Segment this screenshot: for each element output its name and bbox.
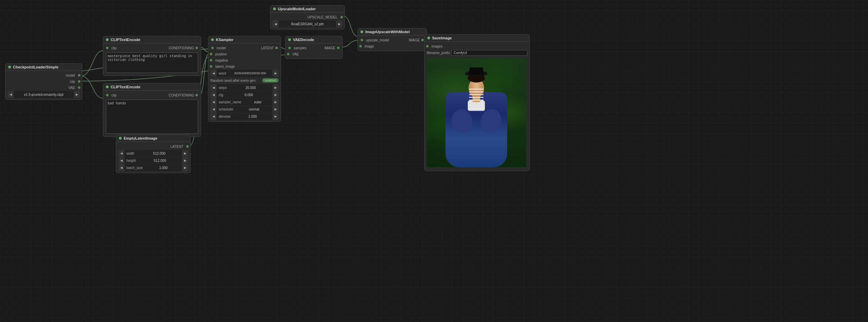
image-upscale-image-output-port[interactable] — [421, 39, 424, 41]
image-upscale-header: ImageUpscaleWithModel — [358, 28, 427, 36]
batch-size-row: ◀ batch_size 1.000 ▶ — [118, 164, 188, 171]
ksampler-latent-input-label: latent_image — [215, 65, 235, 68]
steps-value: 20.000 — [229, 86, 272, 90]
width-next-btn[interactable]: ▶ — [182, 150, 188, 157]
sampler-name-prev-btn[interactable]: ◀ — [210, 99, 217, 105]
cfg-prev-btn[interactable]: ◀ — [210, 91, 217, 98]
seed-next-btn[interactable]: ▶ — [272, 70, 279, 77]
model-output-row: model — [5, 72, 82, 78]
conditioning-neg-output-label: CONDITIONING — [169, 93, 194, 97]
seed-prev-btn[interactable]: ◀ — [210, 70, 217, 77]
latent-output-port[interactable] — [186, 145, 189, 148]
sampler-name-next-btn[interactable]: ▶ — [272, 99, 279, 105]
cfg-value: 8.000 — [225, 93, 272, 97]
vae-decode-image-output-port[interactable] — [337, 47, 340, 49]
ckpt-name-next-btn[interactable]: ▶ — [74, 91, 80, 98]
model-name-prev-btn[interactable]: ◀ — [272, 21, 279, 27]
vae-decode-samples-port[interactable] — [288, 47, 291, 49]
model-name-next-btn[interactable]: ▶ — [336, 21, 342, 27]
filename-prefix-label: filename_prefix — [427, 51, 450, 55]
model-output-label: model — [8, 74, 76, 77]
save-image-title: SaveImage — [432, 36, 452, 40]
denoise-value: 1.000 — [233, 115, 272, 118]
ckpt-name-row: ◀ v1-5-pruned-emaonly.ckpt ▶ — [8, 91, 80, 98]
ksampler-latent-output-label: LATENT — [261, 46, 274, 50]
denoise-next-btn[interactable]: ▶ — [272, 113, 279, 120]
empty-latent-image-header: EmptyLatentImage — [116, 135, 190, 142]
clip-pos-input-port[interactable] — [106, 47, 109, 49]
ckpt-name-prev-btn[interactable]: ◀ — [8, 91, 14, 98]
denoise-row: ◀ denoise 1.000 ▶ — [210, 113, 279, 120]
save-image-input-row: images — [425, 43, 529, 49]
image-upscale-model-input-port[interactable] — [360, 39, 363, 41]
upscale-model-loader-dot — [273, 8, 276, 10]
scheduler-next-btn[interactable]: ▶ — [272, 106, 279, 113]
canvas: CheckpointLoaderSimple model clip VAE ◀ … — [0, 0, 868, 322]
seed-row: ◀ seed 833543590226030.000 ▶ — [210, 70, 279, 77]
vae-decode-header: VAEDecode — [285, 36, 342, 43]
sampler-name-value: euler — [243, 100, 272, 104]
filename-prefix-row: filename_prefix ComfyUI — [427, 50, 527, 56]
steps-next-btn[interactable]: ▶ — [272, 84, 279, 91]
save-image-images-port[interactable] — [426, 45, 429, 48]
clip-output-port[interactable] — [78, 80, 81, 83]
clip-text-encode-neg-title: CLIPTextEncode — [111, 85, 140, 89]
lace-trim — [469, 89, 484, 109]
save-image-header: SaveImage — [425, 35, 529, 42]
upscale-model-loader-node: UpscaleModelLoader UPSCALE_MODEL ◀ RealE… — [270, 5, 345, 29]
upscale-model-output-label: UPSCALE_MODEL — [273, 15, 339, 19]
seed-mode-value[interactable]: enabled — [262, 78, 279, 82]
clip-output-label: clip — [8, 80, 76, 83]
height-prev-btn[interactable]: ◀ — [118, 157, 124, 164]
clip-neg-input-port[interactable] — [106, 94, 109, 96]
ksampler-header: KSampler — [208, 36, 281, 43]
latent-output-label: LATENT — [119, 145, 185, 149]
vae-decode-vae-port[interactable] — [287, 53, 290, 55]
vae-decode-vae-label: VAE — [292, 52, 299, 56]
ksampler-positive-row: positive — [208, 51, 281, 57]
empty-latent-image-dot — [119, 137, 122, 140]
upscale-model-output-port[interactable] — [340, 16, 343, 18]
clip-output-row: clip — [5, 78, 82, 85]
ksampler-positive-port[interactable] — [210, 53, 212, 55]
clip-text-encode-pos-body: clip CONDITIONING masterpiece best quali… — [103, 43, 201, 76]
checkpoint-loader-header: CheckpointLoaderSimple — [5, 64, 82, 71]
batch-size-next-btn[interactable]: ▶ — [182, 164, 188, 171]
batch-size-prev-btn[interactable]: ◀ — [118, 164, 124, 171]
conditioning-pos-output-port[interactable] — [195, 47, 198, 49]
checkpoint-loader-body: model clip VAE ◀ v1-5-pruned-emaonly.ckp… — [5, 71, 82, 100]
vae-decode-title: VAEDecode — [293, 38, 314, 42]
ksampler-negative-port[interactable] — [210, 59, 212, 62]
vae-decode-vae-row: VAE — [285, 51, 342, 57]
save-image-dot — [427, 37, 430, 39]
vae-output-port[interactable] — [78, 86, 81, 89]
save-image-images-label: images — [431, 44, 442, 48]
height-row: ◀ height 512.000 ▶ — [118, 157, 188, 164]
image-upscale-image-input-port[interactable] — [359, 45, 362, 48]
filename-prefix-value[interactable]: ComfyUI — [451, 50, 527, 56]
cfg-next-btn[interactable]: ▶ — [272, 91, 279, 98]
checkpoint-loader-title: CheckpointLoaderSimple — [13, 65, 59, 69]
conditioning-neg-output-port[interactable] — [195, 94, 198, 96]
model-output-port[interactable] — [78, 74, 81, 77]
steps-prev-btn[interactable]: ◀ — [210, 84, 217, 91]
height-value: 512.000 — [138, 159, 182, 163]
ksampler-latent-input-port[interactable] — [210, 65, 212, 68]
clip-text-neg-area[interactable]: bad hands — [106, 100, 198, 134]
ksampler-positive-label: positive — [215, 52, 227, 56]
denoise-prev-btn[interactable]: ◀ — [210, 113, 217, 120]
height-next-btn[interactable]: ▶ — [182, 157, 188, 164]
vae-decode-io-row: samples IMAGE — [285, 45, 342, 51]
scheduler-value: normal — [235, 107, 272, 111]
ksampler-title: KSampler — [216, 38, 233, 42]
width-prev-btn[interactable]: ◀ — [118, 150, 124, 157]
empty-latent-image-title: EmptyLatentImage — [124, 136, 157, 140]
cfg-label: cfg — [217, 93, 225, 97]
image-upscale-image-output-label: IMAGE — [409, 38, 420, 42]
ksampler-model-input-port[interactable] — [211, 47, 214, 49]
scheduler-prev-btn[interactable]: ◀ — [210, 106, 217, 113]
clip-text-pos-area[interactable]: masterpiece best quality girl standing i… — [106, 52, 198, 73]
vae-decode-image-output-label: IMAGE — [325, 46, 335, 50]
ksampler-latent-output-port[interactable] — [275, 47, 278, 49]
upscale-model-loader-header: UpscaleModelLoader — [270, 5, 344, 13]
